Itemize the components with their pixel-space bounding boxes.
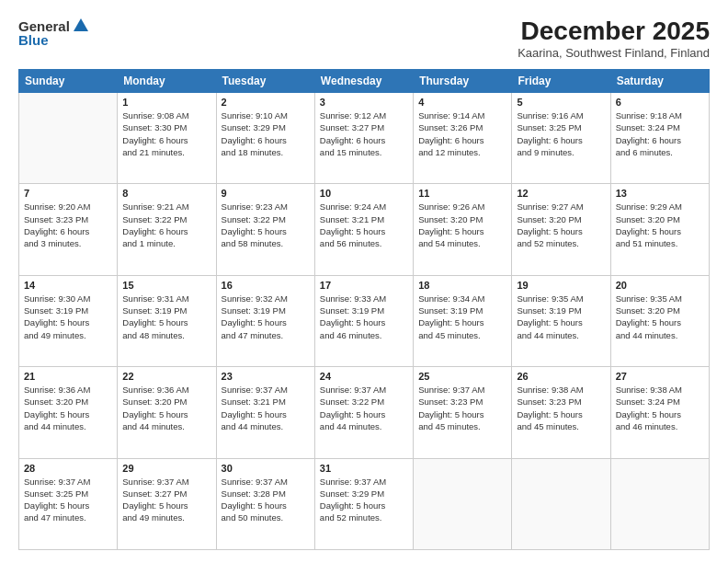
day-number: 16 xyxy=(222,280,310,291)
calendar-cell: 25Sunrise: 9:37 AM Sunset: 3:23 PM Dayli… xyxy=(414,367,512,458)
day-number: 18 xyxy=(418,280,506,291)
calendar-cell: 23Sunrise: 9:37 AM Sunset: 3:21 PM Dayli… xyxy=(216,367,314,458)
day-number: 9 xyxy=(222,188,310,199)
calendar-header-saturday: Saturday xyxy=(610,70,709,93)
day-info: Sunrise: 9:37 AM Sunset: 3:29 PM Dayligh… xyxy=(320,476,408,524)
day-info: Sunrise: 9:20 AM Sunset: 3:23 PM Dayligh… xyxy=(24,201,112,249)
title-block: December 2025 Kaarina, Southwest Finland… xyxy=(518,17,710,60)
calendar-cell: 10Sunrise: 9:24 AM Sunset: 3:21 PM Dayli… xyxy=(314,184,413,275)
day-number: 29 xyxy=(122,463,210,474)
day-info: Sunrise: 9:21 AM Sunset: 3:22 PM Dayligh… xyxy=(122,201,210,249)
calendar-cell xyxy=(610,458,709,549)
day-number: 23 xyxy=(222,371,310,382)
calendar-cell: 7Sunrise: 9:20 AM Sunset: 3:23 PM Daylig… xyxy=(19,184,118,275)
day-info: Sunrise: 9:23 AM Sunset: 3:22 PM Dayligh… xyxy=(222,201,310,249)
calendar-cell: 13Sunrise: 9:29 AM Sunset: 3:20 PM Dayli… xyxy=(610,184,709,275)
calendar-cell: 17Sunrise: 9:33 AM Sunset: 3:19 PM Dayli… xyxy=(314,275,413,366)
day-number: 11 xyxy=(418,188,506,199)
day-info: Sunrise: 9:37 AM Sunset: 3:21 PM Dayligh… xyxy=(222,384,310,432)
calendar-header-tuesday: Tuesday xyxy=(216,70,314,93)
day-info: Sunrise: 9:18 AM Sunset: 3:24 PM Dayligh… xyxy=(616,109,704,158)
calendar-cell: 22Sunrise: 9:36 AM Sunset: 3:20 PM Dayli… xyxy=(118,367,216,458)
calendar-week-row: 28Sunrise: 9:37 AM Sunset: 3:25 PM Dayli… xyxy=(19,458,710,549)
sub-title: Kaarina, Southwest Finland, Finland xyxy=(518,46,710,60)
day-number: 25 xyxy=(418,371,506,382)
calendar-cell xyxy=(414,458,512,549)
day-info: Sunrise: 9:37 AM Sunset: 3:27 PM Dayligh… xyxy=(122,476,210,524)
day-info: Sunrise: 9:33 AM Sunset: 3:19 PM Dayligh… xyxy=(320,293,408,341)
calendar-cell: 30Sunrise: 9:37 AM Sunset: 3:28 PM Dayli… xyxy=(216,458,314,549)
day-info: Sunrise: 9:38 AM Sunset: 3:24 PM Dayligh… xyxy=(616,384,704,432)
calendar-cell: 28Sunrise: 9:37 AM Sunset: 3:25 PM Dayli… xyxy=(19,458,118,549)
calendar-header-friday: Friday xyxy=(512,70,610,93)
calendar-cell: 20Sunrise: 9:35 AM Sunset: 3:20 PM Dayli… xyxy=(610,275,709,366)
calendar-header-monday: Monday xyxy=(118,70,216,93)
day-number: 27 xyxy=(616,371,704,382)
calendar-cell: 5Sunrise: 9:16 AM Sunset: 3:25 PM Daylig… xyxy=(512,93,610,184)
logo: General Blue xyxy=(18,17,90,48)
day-number: 20 xyxy=(616,280,704,291)
calendar-cell: 4Sunrise: 9:14 AM Sunset: 3:26 PM Daylig… xyxy=(414,93,512,184)
day-info: Sunrise: 9:24 AM Sunset: 3:21 PM Dayligh… xyxy=(320,201,408,249)
day-info: Sunrise: 9:32 AM Sunset: 3:19 PM Dayligh… xyxy=(222,293,310,341)
calendar-header-wednesday: Wednesday xyxy=(314,70,413,93)
day-info: Sunrise: 9:27 AM Sunset: 3:20 PM Dayligh… xyxy=(517,201,605,249)
calendar-cell: 3Sunrise: 9:12 AM Sunset: 3:27 PM Daylig… xyxy=(314,93,413,184)
calendar-cell xyxy=(512,458,610,549)
day-info: Sunrise: 9:12 AM Sunset: 3:27 PM Dayligh… xyxy=(320,109,408,158)
day-info: Sunrise: 9:10 AM Sunset: 3:29 PM Dayligh… xyxy=(222,109,310,158)
calendar-cell: 27Sunrise: 9:38 AM Sunset: 3:24 PM Dayli… xyxy=(610,367,709,458)
calendar-week-row: 1Sunrise: 9:08 AM Sunset: 3:30 PM Daylig… xyxy=(19,93,710,184)
svg-marker-0 xyxy=(74,18,88,31)
calendar-cell: 12Sunrise: 9:27 AM Sunset: 3:20 PM Dayli… xyxy=(512,184,610,275)
day-number: 4 xyxy=(418,97,506,108)
day-number: 21 xyxy=(24,371,112,382)
day-number: 2 xyxy=(222,97,310,108)
calendar-cell: 29Sunrise: 9:37 AM Sunset: 3:27 PM Dayli… xyxy=(118,458,216,549)
calendar-cell: 9Sunrise: 9:23 AM Sunset: 3:22 PM Daylig… xyxy=(216,184,314,275)
day-info: Sunrise: 9:29 AM Sunset: 3:20 PM Dayligh… xyxy=(616,201,704,249)
day-number: 12 xyxy=(517,188,605,199)
day-number: 19 xyxy=(517,280,605,291)
page: General Blue December 2025 Kaarina, Sout… xyxy=(0,0,728,563)
day-info: Sunrise: 9:31 AM Sunset: 3:19 PM Dayligh… xyxy=(122,293,210,341)
day-number: 10 xyxy=(320,188,408,199)
calendar-header-row: SundayMondayTuesdayWednesdayThursdayFrid… xyxy=(19,70,710,93)
day-info: Sunrise: 9:36 AM Sunset: 3:20 PM Dayligh… xyxy=(122,384,210,432)
calendar-cell: 8Sunrise: 9:21 AM Sunset: 3:22 PM Daylig… xyxy=(118,184,216,275)
day-info: Sunrise: 9:37 AM Sunset: 3:23 PM Dayligh… xyxy=(418,384,506,432)
day-number: 6 xyxy=(616,97,704,108)
calendar-week-row: 7Sunrise: 9:20 AM Sunset: 3:23 PM Daylig… xyxy=(19,184,710,275)
calendar-header-thursday: Thursday xyxy=(414,70,512,93)
day-number: 13 xyxy=(616,188,704,199)
day-info: Sunrise: 9:16 AM Sunset: 3:25 PM Dayligh… xyxy=(517,109,605,158)
calendar-cell: 6Sunrise: 9:18 AM Sunset: 3:24 PM Daylig… xyxy=(610,93,709,184)
day-info: Sunrise: 9:08 AM Sunset: 3:30 PM Dayligh… xyxy=(122,109,210,158)
day-info: Sunrise: 9:26 AM Sunset: 3:20 PM Dayligh… xyxy=(418,201,506,249)
day-number: 26 xyxy=(517,371,605,382)
calendar-cell: 26Sunrise: 9:38 AM Sunset: 3:23 PM Dayli… xyxy=(512,367,610,458)
calendar-cell: 11Sunrise: 9:26 AM Sunset: 3:20 PM Dayli… xyxy=(414,184,512,275)
day-info: Sunrise: 9:34 AM Sunset: 3:19 PM Dayligh… xyxy=(418,293,506,341)
logo-icon xyxy=(72,17,90,35)
day-number: 15 xyxy=(122,280,210,291)
calendar-cell: 31Sunrise: 9:37 AM Sunset: 3:29 PM Dayli… xyxy=(314,458,413,549)
day-info: Sunrise: 9:38 AM Sunset: 3:23 PM Dayligh… xyxy=(517,384,605,432)
day-info: Sunrise: 9:37 AM Sunset: 3:25 PM Dayligh… xyxy=(24,476,112,524)
header: General Blue December 2025 Kaarina, Sout… xyxy=(18,17,710,60)
day-number: 17 xyxy=(320,280,408,291)
day-number: 5 xyxy=(517,97,605,108)
day-number: 3 xyxy=(320,97,408,108)
calendar-table: SundayMondayTuesdayWednesdayThursdayFrid… xyxy=(18,69,710,550)
calendar-cell: 18Sunrise: 9:34 AM Sunset: 3:19 PM Dayli… xyxy=(414,275,512,366)
calendar-week-row: 21Sunrise: 9:36 AM Sunset: 3:20 PM Dayli… xyxy=(19,367,710,458)
day-info: Sunrise: 9:35 AM Sunset: 3:20 PM Dayligh… xyxy=(616,293,704,341)
calendar-cell: 16Sunrise: 9:32 AM Sunset: 3:19 PM Dayli… xyxy=(216,275,314,366)
calendar-cell: 1Sunrise: 9:08 AM Sunset: 3:30 PM Daylig… xyxy=(118,93,216,184)
main-title: December 2025 xyxy=(518,17,710,46)
day-number: 22 xyxy=(122,371,210,382)
day-number: 24 xyxy=(320,371,408,382)
day-info: Sunrise: 9:14 AM Sunset: 3:26 PM Dayligh… xyxy=(418,109,506,158)
logo-blue-text: Blue xyxy=(18,32,49,48)
calendar-cell xyxy=(19,93,118,184)
